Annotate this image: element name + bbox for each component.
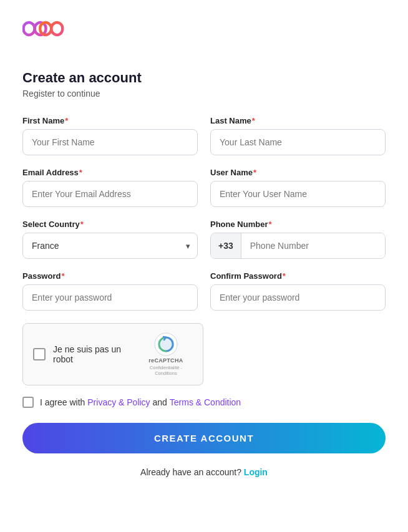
email-group: Email Address*: [22, 168, 198, 207]
email-username-row: Email Address* User Name*: [22, 168, 386, 207]
recaptcha-brand-label: reCAPTCHA: [148, 357, 183, 364]
first-name-input[interactable]: [22, 129, 198, 155]
confirm-password-group: Confirm Password*: [210, 271, 386, 311]
last-name-group: Last Name*: [210, 116, 386, 155]
username-label: User Name*: [210, 168, 386, 177]
captcha-left: Je ne suis pas un robot: [33, 344, 139, 364]
captcha-text: Je ne suis pas un robot: [53, 344, 139, 364]
terms-text: I agree with Privacy & Policy and Terms …: [40, 397, 241, 407]
terms-checkbox[interactable]: [22, 397, 34, 408]
country-label: Select Country*: [22, 220, 198, 229]
required-star: *: [80, 220, 84, 229]
phone-number-input[interactable]: [241, 233, 385, 258]
heading-section: Create an account Register to continue: [22, 70, 386, 99]
login-prompt-text: Already have an account?: [140, 467, 241, 477]
terms-row: I agree with Privacy & Policy and Terms …: [22, 397, 386, 408]
logo: [22, 15, 386, 45]
required-star: *: [283, 271, 286, 281]
last-name-input[interactable]: [210, 129, 386, 155]
name-row: First Name* Last Name*: [22, 116, 386, 155]
confirm-password-label: Confirm Password*: [210, 271, 386, 281]
email-input[interactable]: [22, 181, 198, 207]
phone-input-wrap: +33: [210, 233, 386, 259]
page-subtitle: Register to continue: [22, 89, 386, 99]
country-phone-row: Select Country* France United States Uni…: [22, 220, 386, 259]
password-row: Password* Confirm Password*: [22, 271, 386, 311]
password-group: Password*: [22, 271, 198, 311]
username-input[interactable]: [210, 181, 386, 207]
country-select[interactable]: France United States United Kingdom Germ…: [22, 233, 198, 259]
recaptcha-logo-icon: [154, 332, 178, 356]
required-star: *: [253, 168, 256, 177]
country-select-wrap: France United States United Kingdom Germ…: [22, 233, 198, 259]
confirm-password-input[interactable]: [210, 284, 386, 311]
terms-condition-link[interactable]: Terms & Condition: [170, 397, 241, 407]
recaptcha-sub-label: Confidentialité - Conditions: [139, 365, 193, 376]
email-label: Email Address*: [22, 168, 198, 177]
login-row: Already have an account? Login: [22, 467, 386, 477]
phone-label: Phone Number*: [210, 220, 386, 229]
captcha-checkbox[interactable]: [33, 348, 46, 360]
create-account-button[interactable]: CREATE ACCOUNT: [22, 423, 386, 453]
phone-prefix: +33: [211, 233, 241, 258]
captcha-right: reCAPTCHA Confidentialité - Conditions: [139, 332, 193, 376]
page-title: Create an account: [22, 70, 386, 86]
required-star: *: [65, 116, 68, 125]
required-star: *: [268, 220, 271, 229]
required-star: *: [252, 116, 255, 125]
password-input[interactable]: [22, 284, 198, 311]
privacy-policy-link[interactable]: Privacy & Policy: [87, 397, 150, 407]
password-label: Password*: [22, 271, 198, 281]
username-group: User Name*: [210, 168, 386, 207]
required-star: *: [79, 168, 82, 177]
captcha-widget[interactable]: Je ne suis pas un robot reCAPTCHA Confid…: [22, 323, 203, 385]
last-name-label: Last Name*: [210, 116, 386, 125]
first-name-group: First Name*: [22, 116, 198, 155]
country-group: Select Country* France United States Uni…: [22, 220, 198, 259]
required-star: *: [61, 271, 64, 281]
first-name-label: First Name*: [22, 116, 198, 125]
login-link[interactable]: Login: [244, 467, 268, 477]
phone-group: Phone Number* +33: [210, 220, 386, 259]
